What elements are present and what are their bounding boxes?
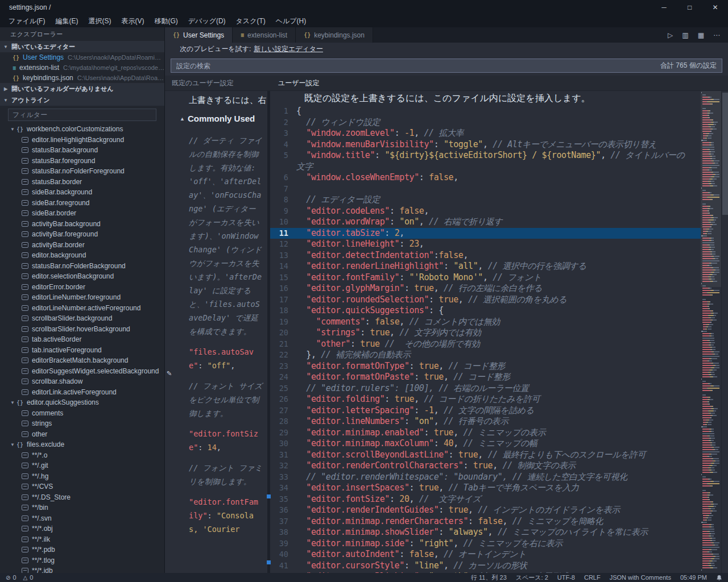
code-line[interactable]: 5 "window.title": "${dirty}${activeEdito… — [270, 150, 701, 172]
code-line[interactable]: 35 "editor.fontSize": 20, // 文字サイズ — [270, 494, 701, 505]
code-line[interactable]: 11 "editor.tabSize": 2, — [270, 228, 701, 239]
open-editor-item[interactable]: {}keybindings.jsonC:\Users\naoki\AppData… — [0, 73, 164, 83]
code-line[interactable]: 1{ — [270, 106, 701, 117]
code-line[interactable]: 37 "editor.minimap.renderCharacters": fa… — [270, 516, 701, 527]
split-sash[interactable] — [267, 91, 270, 573]
code-line[interactable]: 9 "editor.codeLens": false, — [270, 206, 701, 217]
status-cursor-position[interactable]: 行 11、列 23 — [471, 573, 507, 582]
problems-status[interactable]: ⊘ 0 △ 0 — [6, 574, 38, 581]
outline-item[interactable]: **/.git — [0, 460, 164, 471]
outline-item[interactable]: editor.background — [0, 250, 164, 261]
code-line[interactable]: 41 "editor.cursorStyle": "line", // カーソル… — [270, 560, 701, 572]
outline-item[interactable]: **/*.ilk — [0, 534, 164, 545]
outline-item[interactable]: statusBar.border — [0, 177, 164, 188]
code-line[interactable]: 34 "editor.insertSpaces": true, // Tabキー… — [270, 483, 701, 494]
code-line[interactable]: 39 "editor.minimap.side": "right", // ミニ… — [270, 538, 701, 550]
tab-user-settings[interactable]: {}User Settings — [165, 27, 233, 43]
split-editor-icon[interactable]: ▥ — [682, 31, 688, 39]
outline-item[interactable]: editor.lineHighlightBackground — [0, 135, 164, 146]
code-line[interactable]: 26 "editor.folding": true, // コードの折りたたみを… — [270, 394, 701, 405]
outline-item[interactable]: editorLink.activeForeground — [0, 387, 164, 398]
edit-pencil-icon[interactable]: ✎ — [167, 368, 171, 377]
outline-item[interactable]: editorLineNumber.activeForeground — [0, 303, 164, 314]
code-line[interactable]: 28 "editor.lineNumbers": "on", // 行番号の表示 — [270, 416, 701, 427]
outline-item[interactable]: tab.inactiveForeground — [0, 345, 164, 356]
outline-item[interactable]: **/bin — [0, 502, 164, 513]
outline-item[interactable]: editorError.border — [0, 282, 164, 293]
code-line[interactable]: 21 "other": true // その他の場所で有効 — [270, 339, 701, 350]
outline-header[interactable]: ▼ アウトライン — [0, 94, 164, 106]
code-line[interactable]: 4 "window.menuBarVisibility": "toggle", … — [270, 139, 701, 151]
minimap-slider[interactable] — [701, 91, 721, 287]
status-indentation[interactable]: スペース: 2 — [516, 573, 548, 582]
code-line[interactable]: 7 — [270, 184, 701, 195]
code-line[interactable]: 22 }, // 補完候補の自動表示 — [270, 350, 701, 361]
run-icon[interactable]: ▷ — [668, 31, 673, 39]
status-language-mode[interactable]: JSON with Comments — [610, 574, 671, 581]
outline-item[interactable]: **/.svn — [0, 513, 164, 524]
menu-item[interactable]: 選択(S) — [83, 15, 116, 27]
outline-item[interactable]: **/*.pdb — [0, 544, 164, 555]
default-setting-code[interactable]: "files.autoSave": "off", — [189, 345, 263, 372]
outline-item[interactable]: sideBar.background — [0, 187, 164, 198]
maximize-icon[interactable]: □ — [677, 0, 702, 15]
minimize-icon[interactable]: ─ — [651, 0, 677, 15]
code-line[interactable]: 18 "editor.quickSuggestions": { — [270, 305, 701, 317]
outline-item[interactable]: activityBar.foreground — [0, 229, 164, 240]
notifications-bell-icon[interactable] — [716, 575, 722, 581]
close-icon[interactable]: ✕ — [702, 0, 728, 15]
filter-input[interactable] — [8, 109, 156, 121]
commonly-used-section[interactable]: ▲Commonly Used — [180, 114, 263, 123]
tab-extension-list[interactable]: ≣extension-list — [233, 27, 296, 43]
outline-item[interactable]: scrollbarSlider.hoverBackground — [0, 324, 164, 335]
code-line[interactable]: 16 "editor.glyphMargin": true, // 行の左端に余… — [270, 283, 701, 294]
no-folder-header[interactable]: ▶ 開いているフォルダーがありません — [0, 83, 164, 94]
menu-item[interactable]: ファイル(F) — [3, 15, 50, 27]
menu-item[interactable]: 編集(E) — [50, 15, 83, 27]
outline-item[interactable]: activityBar.background — [0, 219, 164, 230]
outline-item[interactable]: editorSuggestWidget.selectedBackground — [0, 366, 164, 377]
outline-item[interactable]: editor.selectionBackground — [0, 271, 164, 282]
outline-item[interactable]: **/*.tlog — [0, 555, 164, 566]
code-line[interactable]: 20 "strings": true, // 文字列内では有効 — [270, 327, 701, 339]
new-settings-editor-link[interactable]: 新しい設定エディター — [254, 44, 323, 54]
toggle-layout-icon[interactable]: ▦ — [698, 31, 704, 39]
outline-item[interactable]: other — [0, 429, 164, 440]
outline-item[interactable]: sideBar.border — [0, 208, 164, 219]
outline-item[interactable]: editorLineNumber.foreground — [0, 292, 164, 303]
code-line[interactable]: 17 "editor.roundedSelection": true, // 選… — [270, 294, 701, 306]
default-setting-code[interactable]: "editor.fontSize": 14, — [189, 427, 263, 454]
code-line[interactable]: 27 "editor.letterSpacing": -1, // 文字の間隔を… — [270, 405, 701, 417]
code-line[interactable]: 15 "editor.fontFamily": "'Roboto Mono'",… — [270, 272, 701, 284]
code-line[interactable]: 10 "editor.wordWrap": "on", // 右端で折り返す — [270, 217, 701, 228]
outline-item[interactable]: scrollbar.shadow — [0, 376, 164, 387]
code-line[interactable]: 23 "editor.formatOnType": true, // コード整形 — [270, 361, 701, 372]
code-line[interactable]: 40 "editor.autoIndent": false, // オートインデ… — [270, 549, 701, 560]
outline-item[interactable]: **/*.o — [0, 450, 164, 461]
status-clock[interactable]: 05:49 PM — [680, 574, 707, 581]
code-line[interactable]: 33 // "editor.renderWhitespace": "bounda… — [270, 472, 701, 483]
default-setting-code[interactable]: "editor.fontFamily": "Consolas, 'Courier — [189, 495, 263, 536]
code-line[interactable]: 24 "editor.formatOnPaste": true, // コード整… — [270, 372, 701, 383]
code-line[interactable]: 32 "editor.renderControlCharacters": tru… — [270, 460, 701, 472]
status-eol[interactable]: CRLF — [584, 574, 601, 581]
outline-item[interactable]: statusBar.background — [0, 145, 164, 156]
code-line[interactable]: 14 "editor.renderLineHighlight": "all", … — [270, 261, 701, 272]
outline-item[interactable]: **/.hg — [0, 471, 164, 482]
tab-keybindings-json[interactable]: {}keybindings.json — [296, 27, 373, 43]
outline-item[interactable]: tab.activeBorder — [0, 334, 164, 345]
code-line[interactable]: 8 // エディター設定 — [270, 194, 701, 206]
search-input[interactable] — [176, 62, 660, 70]
code-line[interactable]: 25 // "editor.rulers": [100], // 右端のルーラー… — [270, 383, 701, 394]
outline-item[interactable]: ▼{}files.exclude — [0, 439, 164, 450]
outline-item[interactable]: **/*.obj — [0, 523, 164, 534]
outline-item[interactable]: activityBar.border — [0, 240, 164, 251]
code-line[interactable]: 12 "editor.lineHeight": 23, — [270, 239, 701, 250]
code-line[interactable]: 38 "editor.minimap.showSlider": "always"… — [270, 527, 701, 538]
outline-item[interactable]: ▼{}workbench.colorCustomizations — [0, 124, 164, 135]
code-line[interactable]: 31 "editor.scrollBeyondLastLine": true, … — [270, 450, 701, 461]
more-actions-icon[interactable]: ⋯ — [713, 31, 720, 39]
code-line[interactable]: 6 "window.closeWhenEmpty": false, — [270, 172, 701, 184]
code-line[interactable]: 19 "comments": false, // コメント内では無効 — [270, 317, 701, 328]
outline-item[interactable]: scrollbarSlider.background — [0, 313, 164, 324]
